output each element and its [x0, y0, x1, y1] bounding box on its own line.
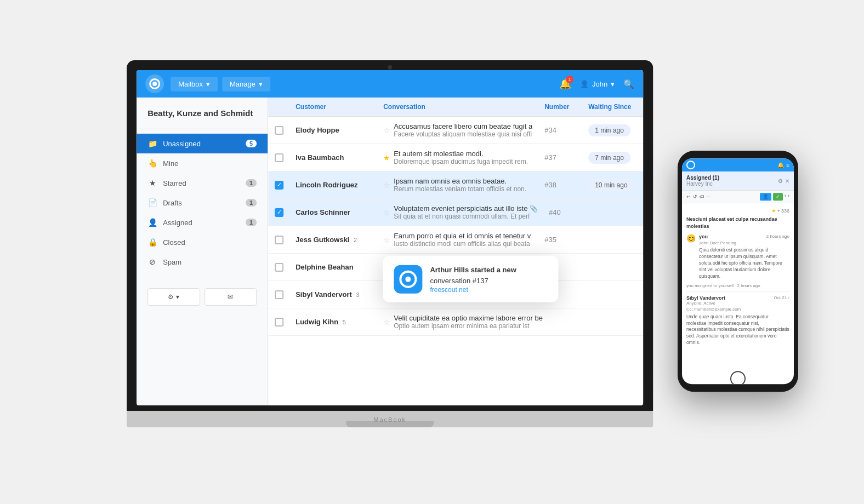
row-checkbox[interactable]: [275, 153, 283, 162]
row-checkbox[interactable]: [275, 208, 283, 217]
settings-dropdown-icon: ▾: [176, 293, 179, 301]
header-checkbox-col: [268, 103, 290, 111]
assign-time: 2 hours ago: [737, 283, 760, 288]
attachment-icon: 📎: [530, 205, 538, 213]
phone-reply-icon[interactable]: ↩: [686, 194, 691, 199]
phone-home-button[interactable]: [730, 371, 746, 384]
phone-more-icon[interactable]: ···: [707, 194, 711, 199]
phone-star-badge-row: ★ + 336: [686, 208, 789, 214]
sidebar-item-closed[interactable]: 🔒 Closed: [137, 232, 268, 252]
folder-icon: 📁: [147, 139, 157, 148]
compose-button[interactable]: ✉: [204, 288, 257, 306]
row-checkbox[interactable]: [275, 290, 283, 299]
row-checkbox-cell: [268, 236, 290, 244]
sidebar-item-assigned[interactable]: 👤 Assigned 1: [137, 213, 268, 232]
phone-customer-meta: Oct 21 ›: [774, 295, 789, 300]
sidebar-closed-label: Closed: [163, 238, 257, 247]
conv-subject: Velit cupiditate ea optio maxime labore …: [394, 314, 543, 322]
row-conv-cell: ☆ Velit cupiditate ea optio maxime labor…: [378, 314, 548, 330]
phone-prev-icon[interactable]: ‹: [785, 193, 786, 201]
star-toggle[interactable]: ☆: [383, 236, 390, 244]
manage-button[interactable]: Manage ▾: [222, 77, 270, 91]
phone-status-btn[interactable]: ✓: [773, 193, 783, 201]
notification-text: Arthur Hills started a new conversation …: [430, 265, 516, 286]
row-number-cell: #34: [539, 126, 583, 134]
phone-star-icon[interactable]: ★: [771, 208, 776, 214]
conv-preview: Rerum molestias veniam totam officiis et…: [394, 185, 526, 193]
conv-number: #34: [544, 126, 556, 134]
table-header: Customer Conversation Number Waiting Sin…: [268, 98, 643, 117]
conv-count: 2: [354, 237, 357, 243]
row-customer-cell: Carlos Schinner: [290, 208, 378, 216]
phone-close-icon[interactable]: ✕: [785, 178, 789, 184]
unassigned-badge: 5: [246, 140, 257, 147]
waiting-badge: 1 min ago: [588, 124, 630, 136]
sidebar-item-spam[interactable]: ⊘ Spam: [137, 252, 268, 272]
table-row[interactable]: Ludwig Kihn 5 ☆ Velit cupiditate ea opti…: [268, 308, 643, 336]
row-checkbox-cell: [268, 153, 290, 162]
user-dropdown-icon: ▾: [611, 80, 615, 88]
phone-tag-icon[interactable]: 🏷: [700, 194, 704, 199]
sidebar-mine-label: Mine: [163, 159, 257, 168]
phone-nav-controls: 👤 ✓ ‹ ›: [760, 193, 789, 201]
phone-customer-message: Unde quae quam iusto. Ea consequatur mol…: [686, 314, 789, 346]
row-number-cell: #35: [539, 236, 583, 244]
sidebar-item-starred[interactable]: ★ Starred 1: [137, 173, 268, 193]
conv-subject: Ipsam nam omnis ea omnis beatae.: [394, 177, 526, 185]
customer-name: Elody Hoppe: [295, 126, 339, 134]
row-number-cell: #40: [543, 208, 587, 216]
sidebar-item-drafts[interactable]: 📄 Drafts 1: [137, 193, 268, 213]
phone-message-title: Nesciunt placeat est culpa recusandae mo…: [686, 216, 789, 230]
table-row[interactable]: Jess Gutkowski 2 ☆ Earum porro et quia e…: [268, 226, 643, 254]
notifications-button[interactable]: 🔔 1: [559, 78, 571, 90]
row-checkbox-cell: [268, 126, 290, 135]
conv-number: #35: [544, 236, 556, 244]
row-checkbox-cell: [268, 208, 290, 217]
laptop-bezel: Mailbox ▾ Manage ▾ 🔔 1: [127, 60, 653, 411]
phone-refresh-icon[interactable]: ↺: [693, 194, 697, 199]
star-toggle[interactable]: ★: [383, 153, 390, 162]
settings-button[interactable]: ⚙ ▾: [147, 288, 200, 306]
phone-conv-number: 336: [781, 208, 789, 214]
mine-icon: 👆: [147, 159, 157, 168]
customer-name: Carlos Schinner: [295, 208, 350, 216]
row-customer-cell: Lincoln Rodriguez: [290, 181, 378, 189]
sidebar-item-unassigned[interactable]: 📁 Unassigned 5: [137, 134, 268, 153]
phone-smiley-message: 😊 you 2 hours ago John Doe: Pending Quia…: [686, 234, 789, 279]
star-toggle[interactable]: ☆: [383, 208, 390, 217]
search-button[interactable]: 🔍: [623, 79, 634, 89]
row-checkbox[interactable]: [275, 318, 283, 327]
table-row[interactable]: Iva Baumbach ★ Et autem sit molestiae mo…: [268, 144, 643, 171]
table-row[interactable]: Carlos Schinner ☆ Voluptatem eveniet per…: [268, 199, 643, 226]
row-checkbox[interactable]: [275, 236, 283, 244]
row-checkbox[interactable]: [275, 181, 283, 190]
phone-menu-icon: ≡: [786, 162, 789, 168]
customer-name: Lincoln Rodriguez: [295, 181, 357, 189]
phone-msg-meta: you 2 hours ago John Doe: Pending Quia d…: [699, 234, 789, 279]
app: Mailbox ▾ Manage ▾ 🔔 1: [137, 70, 643, 405]
star-toggle[interactable]: ☆: [383, 126, 390, 135]
table-row[interactable]: Elody Hoppe ☆ Accusamus facere libero cu…: [268, 117, 643, 144]
phone-next-icon[interactable]: ›: [788, 193, 789, 201]
table-row[interactable]: Lincoln Rodriguez ☆ Ipsam nam omnis ea o…: [268, 171, 643, 199]
app-logo[interactable]: [145, 75, 164, 93]
row-checkbox[interactable]: [275, 263, 283, 272]
notification-text-block: Arthur Hills started a new conversation …: [430, 265, 516, 294]
spam-icon: ⊘: [147, 257, 157, 266]
conv-number: #40: [549, 208, 561, 216]
star-toggle[interactable]: ☆: [383, 181, 390, 190]
conv-subject: Earum porro et quia et id omnis et tenet…: [394, 232, 531, 240]
row-customer-cell: Delphine Beahan: [290, 263, 378, 271]
phone-assign-btn[interactable]: 👤: [760, 193, 771, 201]
star-toggle[interactable]: ☆: [383, 318, 390, 327]
row-checkbox[interactable]: [275, 126, 283, 135]
sidebar-item-mine[interactable]: 👆 Mine: [137, 153, 268, 173]
sidebar-assigned-label: Assigned: [163, 219, 240, 227]
user-menu[interactable]: 👤 John ▾: [580, 80, 615, 88]
navbar: Mailbox ▾ Manage ▾ 🔔 1: [137, 70, 643, 98]
conv-subject: Et autem sit molestiae modi.: [394, 150, 528, 158]
row-checkbox-cell: [268, 263, 290, 272]
mailbox-button[interactable]: Mailbox ▾: [170, 77, 218, 91]
phone-settings-icon[interactable]: ⚙: [778, 178, 783, 184]
notification-body: conversation #137: [430, 276, 488, 284]
